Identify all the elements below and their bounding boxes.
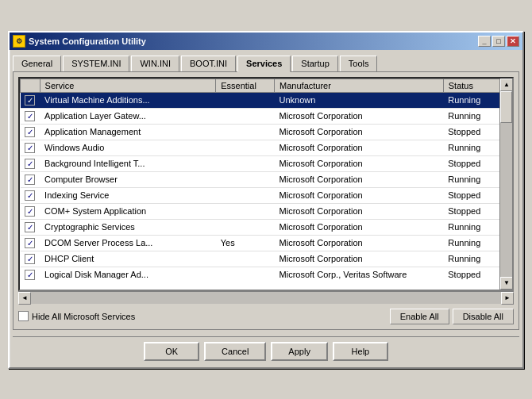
service-essential bbox=[216, 251, 275, 267]
service-manufacturer: Microsoft Corporation bbox=[275, 219, 444, 235]
services-panel: Service Essential Manufacturer Status ✓ bbox=[13, 71, 519, 330]
service-manufacturer: Microsoft Corporation bbox=[275, 187, 444, 203]
services-table: Service Essential Manufacturer Status ✓ bbox=[20, 79, 512, 280]
service-name: Computer Browser bbox=[40, 171, 216, 187]
service-manufacturer: Unknown bbox=[275, 92, 444, 108]
service-name: DCOM Server Process La... bbox=[40, 235, 216, 251]
service-essential: Yes bbox=[216, 235, 275, 251]
service-name: Background Intelligent T... bbox=[40, 155, 216, 171]
service-manufacturer: Microsoft Corporation bbox=[275, 155, 444, 171]
header-manufacturer: Manufacturer bbox=[275, 79, 444, 92]
tab-general[interactable]: General bbox=[13, 56, 61, 72]
enable-all-button[interactable]: Enable All bbox=[390, 309, 449, 324]
service-essential bbox=[216, 187, 275, 203]
scroll-up-button[interactable]: ▲ bbox=[500, 79, 513, 91]
vertical-scrollbar[interactable]: ▲ ▼ bbox=[499, 79, 512, 290]
row-checkbox[interactable]: ✓ bbox=[21, 171, 40, 187]
table-row[interactable]: ✓ DHCP Client Microsoft Corporation Runn… bbox=[21, 251, 512, 267]
service-essential bbox=[216, 155, 275, 171]
service-manufacturer: Microsoft Corporation bbox=[275, 171, 444, 187]
table-row[interactable]: ✓ Application Management Microsoft Corpo… bbox=[21, 124, 512, 140]
header-essential: Essential bbox=[216, 79, 275, 92]
service-name: Logical Disk Manager Ad... bbox=[40, 267, 216, 280]
minimize-button[interactable]: _ bbox=[478, 36, 491, 47]
row-checkbox[interactable]: ✓ bbox=[21, 140, 40, 155]
tab-services[interactable]: Services bbox=[237, 56, 291, 72]
service-essential bbox=[216, 124, 275, 140]
close-button[interactable]: ✕ bbox=[507, 36, 519, 47]
hide-ms-services-checkbox[interactable] bbox=[18, 311, 29, 321]
hscroll-track[interactable] bbox=[31, 292, 501, 304]
service-name: COM+ System Application bbox=[40, 203, 216, 219]
bottom-controls: Hide All Microsoft Services Enable All D… bbox=[18, 309, 514, 324]
service-manufacturer: Microsoft Corporation bbox=[275, 235, 444, 251]
title-bar: ⚙ System Configuration Utility _ □ ✕ bbox=[10, 33, 522, 50]
row-checkbox[interactable]: ✓ bbox=[21, 219, 40, 235]
service-essential bbox=[216, 219, 275, 235]
table-row[interactable]: ✓ Computer Browser Microsoft Corporation… bbox=[21, 171, 512, 187]
table-body: ✓ Virtual Machine Additions... Unknown R… bbox=[21, 92, 512, 280]
cancel-button[interactable]: Cancel bbox=[204, 342, 266, 361]
row-checkbox[interactable]: ✓ bbox=[21, 235, 40, 251]
tab-winini[interactable]: WIN.INI bbox=[131, 56, 179, 72]
disable-all-button[interactable]: Disable All bbox=[453, 309, 514, 324]
tab-bootini[interactable]: BOOT.INI bbox=[181, 56, 236, 72]
hscroll-left-button[interactable]: ◄ bbox=[18, 292, 31, 305]
table-row[interactable]: ✓ Logical Disk Manager Ad... Microsoft C… bbox=[21, 267, 512, 280]
tab-systemini[interactable]: SYSTEM.INI bbox=[63, 56, 129, 72]
row-checkbox[interactable]: ✓ bbox=[21, 187, 40, 203]
service-name: Cryptographic Services bbox=[40, 219, 216, 235]
row-checkbox[interactable]: ✓ bbox=[21, 124, 40, 140]
scroll-down-button[interactable]: ▼ bbox=[500, 277, 513, 290]
row-checkbox[interactable]: ✓ bbox=[21, 203, 40, 219]
header-checkbox bbox=[21, 79, 40, 92]
ok-button[interactable]: OK bbox=[144, 342, 199, 361]
hide-ms-services-text: Hide All Microsoft Services bbox=[32, 312, 135, 321]
horizontal-scrollbar[interactable]: ◄ ► bbox=[18, 291, 514, 304]
tab-tools[interactable]: Tools bbox=[340, 56, 378, 72]
main-window: ⚙ System Configuration Utility _ □ ✕ Gen… bbox=[8, 31, 524, 369]
service-essential bbox=[216, 203, 275, 219]
service-manufacturer: Microsoft Corporation bbox=[275, 140, 444, 155]
maximize-button[interactable]: □ bbox=[492, 36, 505, 47]
row-checkbox[interactable]: ✓ bbox=[21, 251, 40, 267]
table-row[interactable]: ✓ Background Intelligent T... Microsoft … bbox=[21, 155, 512, 171]
table-header: Service Essential Manufacturer Status bbox=[21, 79, 512, 92]
scroll-track[interactable] bbox=[500, 91, 512, 277]
tab-startup[interactable]: Startup bbox=[292, 56, 337, 72]
apply-button[interactable]: Apply bbox=[271, 342, 328, 361]
row-checkbox[interactable]: ✓ bbox=[21, 92, 40, 108]
table-row[interactable]: ✓ Virtual Machine Additions... Unknown R… bbox=[21, 92, 512, 108]
table-row[interactable]: ✓ DCOM Server Process La... Yes Microsof… bbox=[21, 235, 512, 251]
service-name: Windows Audio bbox=[40, 140, 216, 155]
hide-ms-services-label[interactable]: Hide All Microsoft Services bbox=[18, 311, 135, 321]
scroll-thumb[interactable] bbox=[500, 91, 512, 123]
help-button[interactable]: Help bbox=[333, 342, 388, 361]
table-scroll[interactable]: Service Essential Manufacturer Status ✓ bbox=[20, 79, 512, 280]
table-row[interactable]: ✓ Cryptographic Services Microsoft Corpo… bbox=[21, 219, 512, 235]
table-wrapper: Service Essential Manufacturer Status ✓ bbox=[18, 77, 514, 304]
enable-disable-buttons: Enable All Disable All bbox=[390, 309, 514, 324]
header-service: Service bbox=[40, 79, 216, 92]
service-essential bbox=[216, 92, 275, 108]
table-row[interactable]: ✓ Indexing Service Microsoft Corporation… bbox=[21, 187, 512, 203]
service-name: Virtual Machine Additions... bbox=[40, 92, 216, 108]
row-checkbox[interactable]: ✓ bbox=[21, 155, 40, 171]
window-title: System Configuration Utility bbox=[29, 36, 146, 46]
table-row[interactable]: ✓ Windows Audio Microsoft Corporation Ru… bbox=[21, 140, 512, 155]
content-area: General SYSTEM.INI WIN.INI BOOT.INI Serv… bbox=[10, 50, 522, 367]
title-bar-left: ⚙ System Configuration Utility bbox=[13, 35, 146, 48]
service-essential bbox=[216, 140, 275, 155]
dialog-buttons: OK Cancel Apply Help bbox=[13, 336, 519, 364]
service-manufacturer: Microsoft Corporation bbox=[275, 108, 444, 124]
tab-bar: General SYSTEM.INI WIN.INI BOOT.INI Serv… bbox=[13, 53, 519, 71]
hscroll-right-button[interactable]: ► bbox=[501, 292, 514, 305]
service-manufacturer: Microsoft Corporation bbox=[275, 124, 444, 140]
service-manufacturer: Microsoft Corporation bbox=[275, 203, 444, 219]
title-controls: _ □ ✕ bbox=[478, 36, 519, 47]
row-checkbox[interactable]: ✓ bbox=[21, 108, 40, 124]
row-checkbox[interactable]: ✓ bbox=[21, 267, 40, 280]
table-row[interactable]: ✓ Application Layer Gatew... Microsoft C… bbox=[21, 108, 512, 124]
app-icon: ⚙ bbox=[13, 35, 25, 48]
table-row[interactable]: ✓ COM+ System Application Microsoft Corp… bbox=[21, 203, 512, 219]
